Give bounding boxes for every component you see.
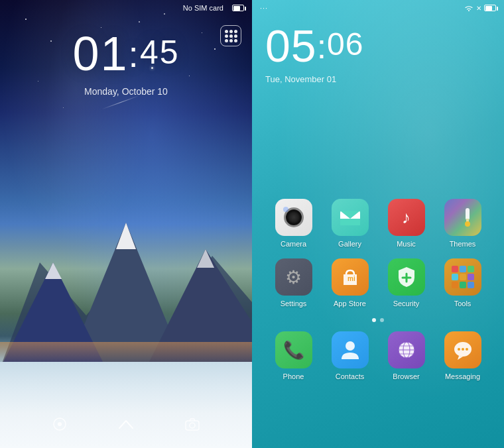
lock-bottom-controls [0,417,252,435]
contacts-icon-svg [340,339,360,361]
app-item-security[interactable]: Security [383,258,430,308]
home-signal-dots: ··· [260,4,268,12]
app-item-camera[interactable]: Camera [270,199,318,248]
settings-label: Settings [281,300,307,308]
app-grid: Camera Gallery ♪ Music [252,199,504,391]
app-item-messaging[interactable]: Messaging [439,331,487,380]
contacts-label: Contacts [336,372,364,380]
themes-icon-svg [452,207,473,228]
app-item-gallery[interactable]: Gallery [326,199,374,248]
messaging-app-icon [444,331,481,368]
dot [225,34,228,38]
svg-rect-14 [340,219,360,225]
dots-grid [225,30,237,42]
gallery-icon-svg [339,208,361,227]
app-item-music[interactable]: ♪ Music [383,199,430,248]
settings-app-icon: ⚙ [275,258,312,296]
lock-hours: 01 [73,27,129,80]
dot [229,39,233,42]
tools-label: Tools [454,300,472,308]
page-dot-2 [380,318,384,322]
phone-label: Phone [283,372,304,380]
music-note-icon: ♪ [402,207,410,228]
music-label: Music [397,240,416,248]
app-row-2: ⚙ Settings mi App Store [265,258,491,308]
camera-shortcut-icon[interactable] [185,418,200,434]
camera-lens [284,207,304,227]
lock-time-display: 01:45 [0,27,252,81]
app-item-themes[interactable]: Themes [439,199,487,248]
home-status-bar: ··· ✕ [252,0,504,16]
camera-label: Camera [281,240,306,248]
mountain-illustration [0,170,252,368]
gear-icon: ⚙ [285,266,302,288]
home-battery-icon [484,5,496,11]
themes-label: Themes [450,240,476,248]
lock-status-bar: No SIM card [0,0,252,16]
home-time-section: 05:06 Tue, November 01 [265,20,363,84]
app-item-phone[interactable]: 📞 Phone [270,331,318,380]
messaging-icon-svg [452,340,473,360]
svg-rect-10 [186,421,199,430]
music-app-icon: ♪ [388,199,425,236]
lock-colon: : [129,34,140,75]
home-minutes: 06 [327,27,363,62]
home-status-right: ✕ [464,5,496,12]
contacts-app-icon [332,331,369,368]
svg-marker-4 [116,223,136,249]
app-item-settings[interactable]: ⚙ Settings [270,258,318,308]
page-dot-1 [372,318,376,322]
gallery-label: Gallery [338,240,361,248]
gallery-app-icon [332,199,369,236]
app-row-dock: 📞 Phone Contacts [265,331,491,380]
camera-app-icon [275,199,312,236]
lock-time-section: 01:45 Monday, October 10 [0,27,252,97]
home-time-display: 05:06 [265,20,363,72]
tools-cell [460,282,466,288]
svg-marker-29 [458,356,463,360]
svg-point-30 [458,348,460,351]
tools-cell [452,266,458,272]
apps-grid-button[interactable] [220,25,241,46]
phone-handset-icon: 📞 [283,340,304,361]
dot [234,30,237,33]
page-indicator [265,318,491,322]
shooting-star [102,95,140,109]
svg-rect-15 [466,208,470,220]
tools-cell [460,274,466,280]
messaging-label: Messaging [445,372,480,380]
dot [225,39,228,42]
app-item-appstore[interactable]: mi App Store [326,258,374,308]
home-date: Tue, November 01 [265,74,363,84]
tools-grid-icon [452,266,474,288]
no-sim-text: No SIM card [183,4,223,12]
dot [234,39,237,42]
tools-cell [468,282,474,288]
browser-icon-svg [396,339,417,361]
browser-label: Browser [393,372,419,380]
swipe-up-icon[interactable] [118,419,134,433]
tools-cell [468,266,474,272]
dot [229,30,233,33]
svg-point-31 [462,348,464,351]
dot [229,34,233,38]
app-item-browser[interactable]: Browser [383,331,430,380]
phone-app-icon: 📞 [275,331,312,368]
snow-ground [0,362,252,448]
lock-circle-icon[interactable] [52,417,67,435]
dot [225,30,228,33]
app-item-tools[interactable]: Tools [439,258,487,308]
tools-app-icon [444,258,481,296]
home-screen: ··· ✕ 05:06 Tue, November 01 [252,0,504,448]
svg-point-9 [58,422,62,426]
tools-cell [460,266,466,272]
lock-date: Monday, October 10 [0,86,252,97]
security-label: Security [393,300,420,308]
home-hours: 05 [265,21,317,71]
app-item-contacts[interactable]: Contacts [326,331,374,380]
battery-x-label: ✕ [476,5,481,12]
svg-marker-5 [45,262,62,279]
svg-point-17 [465,221,470,227]
wifi-icon [464,5,473,11]
browser-app-icon [388,331,425,368]
